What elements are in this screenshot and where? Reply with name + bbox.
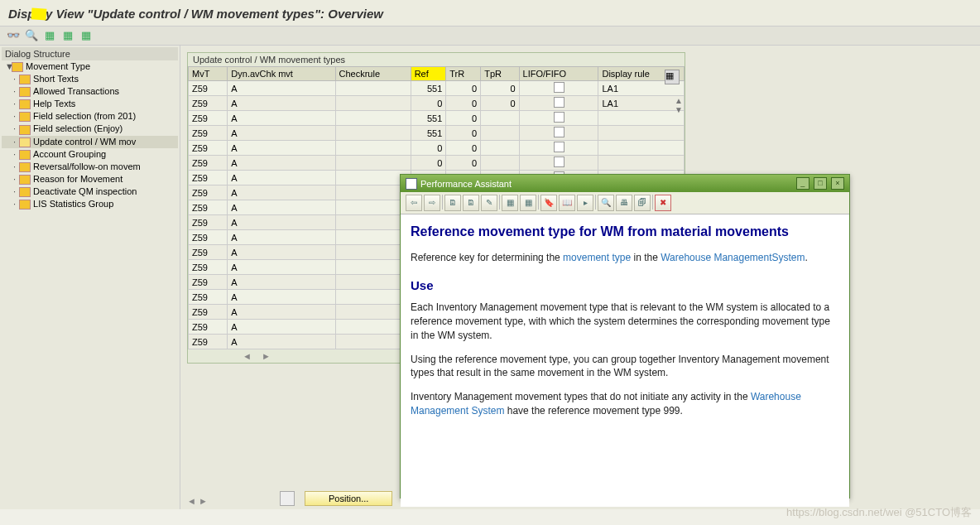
flag-icon[interactable]: ▸ <box>577 195 593 211</box>
glasses-icon[interactable]: 👓 <box>7 29 20 42</box>
tree-item-short-texts[interactable]: Short Texts <box>2 73 178 85</box>
tree-item-field-selection-201[interactable]: Field selection (from 201) <box>2 110 178 123</box>
table-title: Update control / WM movement types <box>188 53 685 66</box>
table-row[interactable]: Z59A00 <box>189 141 685 156</box>
yellow-highlight-mark <box>31 7 47 20</box>
popup-heading: Reference movement type for WM from mate… <box>411 223 839 241</box>
col-mvt[interactable]: MvT <box>189 67 228 81</box>
tool1-icon[interactable]: ▦ <box>502 195 518 211</box>
tree-item-lis-statistics[interactable]: LIS Statistics Group <box>2 198 178 210</box>
table-row[interactable]: Z59A00 <box>189 156 685 171</box>
table-row[interactable]: Z59A5510 <box>189 111 685 126</box>
table-row[interactable]: Z59A5510 <box>189 126 685 141</box>
lifo-fifo-checkbox[interactable] <box>554 142 564 152</box>
book-icon[interactable]: 📖 <box>559 195 575 211</box>
col-checkrule[interactable]: Checkrule <box>335 67 411 81</box>
table2-icon[interactable]: ▦ <box>61 29 74 42</box>
position-icon[interactable] <box>280 491 295 506</box>
tree-root[interactable]: ▼Movement Type <box>2 60 178 73</box>
tree-item-account-grouping[interactable]: Account Grouping <box>2 148 178 161</box>
close-icon[interactable]: × <box>831 177 844 190</box>
position-button[interactable]: Position... <box>305 491 392 506</box>
tree-item-allowed-transactions[interactable]: Allowed Transactions <box>2 85 178 98</box>
watermark: https://blog.csdn.net/wei @51CTO博客 <box>786 505 972 520</box>
tree-item-reason-for-movement[interactable]: Reason for Movement <box>2 173 178 185</box>
popup-use-header: Use <box>411 277 839 294</box>
main-hscroll[interactable]: ◄ ► <box>187 496 208 506</box>
nav-back-icon[interactable]: ⇦ <box>406 195 422 211</box>
magnifier-icon[interactable]: 🔍 <box>25 29 38 42</box>
tree-item-deactivate-qm[interactable]: Deactivate QM inspection <box>2 185 178 198</box>
link-movement-type[interactable]: movement type <box>563 252 631 263</box>
popup-body[interactable]: Reference movement type for WM from mate… <box>401 214 849 507</box>
maximize-icon[interactable]: □ <box>814 177 827 190</box>
app-toolbar: 👓 🔍 ▦ ▦ ▦ <box>0 26 980 46</box>
bookmark-icon[interactable]: 🔖 <box>540 195 557 211</box>
col-tpr[interactable]: TpR <box>481 67 519 81</box>
tree-item-help-texts[interactable]: Help Texts <box>2 98 178 110</box>
doc1-icon[interactable]: 🗎 <box>444 195 461 211</box>
lifo-fifo-checkbox[interactable] <box>554 82 564 93</box>
popup-window-icon <box>406 178 417 190</box>
scroll-up-icon[interactable]: ▲ <box>675 96 683 105</box>
doc2-icon[interactable]: 🗎 <box>463 195 479 211</box>
dialog-structure-tree: Dialog Structure ▼Movement Type Short Te… <box>0 46 180 509</box>
tool2-icon[interactable]: ▦ <box>520 195 536 211</box>
lifo-fifo-checkbox[interactable] <box>554 127 564 137</box>
col-trr[interactable]: TrR <box>446 67 481 81</box>
popup-toolbar: ⇦ ⇨ 🗎 🗎 ✎ ▦ ▦ 🔖 📖 ▸ 🔍 🖶 🗐 ✖ <box>401 192 849 214</box>
tree-title: Dialog Structure <box>2 47 178 60</box>
edit-icon[interactable]: ✎ <box>481 195 497 211</box>
popup-title: Performance Assistant <box>406 178 512 190</box>
close-help-icon[interactable]: ✖ <box>655 195 671 211</box>
table1-icon[interactable]: ▦ <box>43 29 56 42</box>
popup-p2: Using the reference movement type, you c… <box>411 353 839 381</box>
copy-icon[interactable]: 🗐 <box>634 195 651 211</box>
popup-p1: Each Inventory Management movement type … <box>411 301 839 342</box>
table-row[interactable]: Z59A55100LA1 <box>189 81 685 96</box>
minimize-icon[interactable]: _ <box>796 177 809 190</box>
col-ref[interactable]: Ref <box>411 67 446 81</box>
page-title: Display View "Update control / WM moveme… <box>0 0 980 26</box>
tree-item-update-control-wm[interactable]: Update control / WM mov <box>2 136 178 148</box>
tree-item-reversal-followon[interactable]: Reversal/follow-on movem <box>2 161 178 173</box>
popup-p3: Inventory Management movement types that… <box>411 390 839 418</box>
link-wms[interactable]: Warehouse ManagementSystem <box>661 252 805 263</box>
tree-item-field-selection-enjoy[interactable]: Field selection (Enjoy) <box>2 123 178 135</box>
col-dyn-avchk-mvt[interactable]: Dyn.avChk mvt <box>228 67 335 81</box>
lifo-fifo-checkbox[interactable] <box>554 97 564 108</box>
table3-icon[interactable]: ▦ <box>79 29 93 42</box>
lifo-fifo-checkbox[interactable] <box>554 112 564 123</box>
popup-intro: Reference key for determining the moveme… <box>411 251 839 265</box>
find-icon[interactable]: 🔍 <box>598 195 614 211</box>
print-icon[interactable]: 🖶 <box>616 195 632 211</box>
table-row[interactable]: Z59A000LA1 <box>189 96 685 111</box>
lifo-fifo-checkbox[interactable] <box>554 157 564 167</box>
performance-assistant-popup: Performance Assistant _ □ × ⇦ ⇨ 🗎 🗎 ✎ ▦ … <box>400 174 850 499</box>
col-lifo-fifo[interactable]: LIFO/FIFO <box>519 67 598 81</box>
scroll-down-icon[interactable]: ▼ <box>675 105 683 114</box>
nav-forward-icon[interactable]: ⇨ <box>424 195 440 211</box>
